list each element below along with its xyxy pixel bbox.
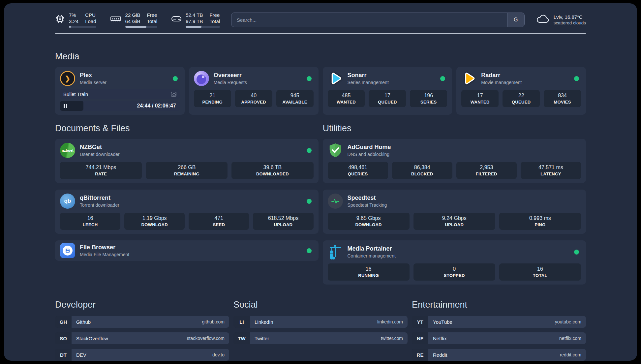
status-dot (307, 76, 312, 81)
bookmark-name: YouTube (433, 319, 452, 325)
bookmark-abbr: TW (233, 332, 250, 344)
disk-icon (171, 12, 182, 25)
stat-label: BLOCKED (394, 171, 450, 176)
now-playing-title: Bullet Train (63, 91, 88, 97)
bookmark-link-youtube[interactable]: YT YouTube youtube.com (412, 316, 586, 328)
bookmark-link-netflix[interactable]: NF Netflix netflix.com (412, 332, 586, 344)
status-dot (307, 248, 312, 253)
stat-box: 40 APPROVED (235, 90, 272, 107)
stat-label: UPLOAD (415, 222, 493, 227)
stat-box: 471 SEED (189, 213, 249, 230)
bookmark-abbr: LI (233, 316, 250, 328)
app-card-nzbget[interactable]: nzbget NZBGet Usenet downloader 744.21 M… (55, 139, 319, 183)
bookmark-link-reddit[interactable]: RE Reddit reddit.com (412, 349, 586, 361)
plex-icon: ❯ (60, 71, 75, 86)
stat-box: 196 SERIES (410, 90, 447, 107)
app-title: Speedtest (348, 195, 387, 201)
stat-box: 834 MOVIES (544, 90, 581, 107)
bookmark-link-twitter[interactable]: TW Twitter twitter.com (233, 332, 408, 344)
memory-stat: 22 GiB 64 GiB Free Total (110, 12, 158, 28)
stat-value: 17 (463, 93, 497, 99)
app-card-sonarr[interactable]: Sonarr Series management 485 WANTED 17 Q… (323, 67, 452, 115)
stat-box: 945 AVAILABLE (276, 90, 314, 107)
memory-free-value: 22 GiB (125, 12, 140, 18)
bookmark-group-social: Social LI LinkedIn linkedin.com TW Twitt… (233, 300, 408, 361)
bookmark-name: Netflix (433, 336, 447, 341)
app-card-speedtest[interactable]: Speedtest Speedtest Tracking 9.65 Gbps D… (323, 190, 586, 234)
pause-icon[interactable] (64, 104, 67, 108)
search-engine-button[interactable]: G (507, 13, 524, 27)
stat-label: SEED (191, 222, 247, 227)
bookmark-name: LinkedIn (255, 319, 273, 325)
stat-value: 16 (501, 266, 579, 272)
stat-value: 16 (330, 266, 408, 272)
app-subtitle: DNS and adblocking (348, 152, 391, 157)
section-title-social: Social (233, 300, 408, 310)
bookmark-name: Reddit (433, 352, 447, 358)
overseerr-icon (194, 71, 209, 86)
app-subtitle: Movie management (481, 80, 522, 85)
stat-label: AVAILABLE (278, 100, 312, 105)
stat-box: 16 TOTAL (499, 263, 581, 281)
stat-value: 39.6 TB (233, 165, 311, 170)
header-divider (55, 33, 586, 34)
media-grid: ❯ Plex Media server Bullet Train 24:44 /… (55, 67, 586, 115)
bookmark-url: netflix.com (559, 336, 581, 341)
stat-label: MOVIES (546, 100, 579, 105)
stat-box: 17 QUEUED (369, 90, 406, 107)
status-dot (307, 199, 312, 204)
sonarr-icon (328, 71, 343, 86)
stat-value: 196 (412, 93, 445, 99)
stat-label: QUEUED (371, 100, 404, 105)
stat-label: FILTERED (458, 171, 515, 176)
now-playing-icon[interactable] (171, 92, 176, 97)
status-dot (574, 76, 579, 81)
qbittorrent-icon: qb (60, 194, 75, 209)
stat-value: 498,461 (330, 165, 386, 170)
cpu-value: 7% (69, 12, 78, 18)
bookmark-name: DEV (76, 352, 86, 358)
section-title-utilities: Utilities (323, 123, 586, 134)
stat-value: 471 (191, 215, 247, 221)
app-card-portainer[interactable]: Media Portainer Container management 16 … (323, 240, 586, 285)
app-title: AdGuard Home (348, 144, 391, 151)
memory-free-label: Free (147, 12, 157, 18)
app-subtitle: Usenet downloader (80, 152, 120, 157)
bookmark-url: twitter.com (381, 336, 403, 341)
app-card-adguard[interactable]: AdGuard Home DNS and adblocking 498,461 … (323, 139, 586, 183)
app-title: qBittorrent (80, 195, 119, 201)
stat-box: 266 GB REMAINING (146, 162, 228, 179)
plex-now-playing: Bullet Train 24:44 / 02:06:47 (60, 89, 180, 111)
stat-value: 834 (546, 93, 579, 99)
speedtest-icon (328, 194, 343, 209)
bookmark-link-linkedin[interactable]: LI LinkedIn linkedin.com (233, 316, 408, 328)
app-card-overseerr[interactable]: Overseerr Media Requests 21 PENDING 40 A… (189, 67, 319, 115)
search-input[interactable] (231, 13, 525, 27)
stat-label: RATE (62, 171, 140, 176)
cpu-label: CPU (85, 12, 96, 18)
app-title: Media Portainer (348, 245, 396, 252)
stat-label: LATENCY (523, 171, 579, 176)
app-card-file-browser[interactable]: File Browser Media File Management (55, 240, 319, 261)
stat-value: 21 (196, 93, 229, 99)
app-card-qbittorrent[interactable]: qb qBittorrent Torrent downloader 16 LEE… (55, 190, 319, 234)
utilities-column: Utilities AdGuard Home (323, 123, 586, 285)
dashboard-window: 7% 3.24 CPU Load (4, 3, 637, 361)
bookmark-link-dev[interactable]: DT DEV dev.to (55, 349, 229, 361)
stat-label: PING (501, 222, 579, 227)
stat-box: 22 QUEUED (503, 90, 540, 107)
stat-value: 16 (62, 215, 118, 221)
stat-box: 2,953 FILTERED (456, 162, 517, 179)
bookmark-link-github[interactable]: GH Github github.com (55, 316, 229, 328)
stat-label: LEECH (62, 222, 118, 227)
bookmark-url: reddit.com (560, 352, 581, 357)
section-title-media: Media (55, 51, 586, 62)
stat-box: 0 STOPPED (413, 263, 495, 281)
stat-box: 16 LEECH (60, 213, 120, 230)
app-card-plex[interactable]: ❯ Plex Media server Bullet Train 24:44 /… (55, 67, 185, 115)
bookmark-link-stackoverflow[interactable]: SO StackOverflow stackoverflow.com (55, 332, 229, 344)
playback-progress-bar[interactable]: 24:44 / 02:06:47 (60, 101, 180, 111)
radarr-icon (461, 71, 476, 86)
app-card-radarr[interactable]: Radarr Movie management 17 WANTED 22 QUE… (456, 67, 586, 115)
cpu-load-label: Load (85, 18, 96, 24)
